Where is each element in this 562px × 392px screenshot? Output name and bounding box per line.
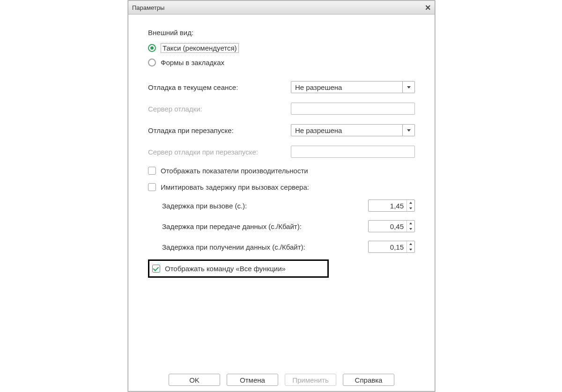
- appearance-section-label: Внешний вид:: [148, 29, 415, 37]
- dialog-footer: OK Отмена Применить Справка: [128, 369, 435, 391]
- debug-server-row: Сервер отладки:: [148, 102, 415, 115]
- debug-current-combo[interactable]: Не разрешена: [291, 81, 415, 93]
- allfunc-checkbox[interactable]: [152, 265, 160, 273]
- debug-restart-label: Отладка при перезапуске:: [148, 126, 291, 134]
- delay-recv-value[interactable]: 0,15: [369, 241, 407, 252]
- delay-send-label: Задержка при передаче данных (с./Кбайт):: [162, 222, 368, 230]
- debug-server-restart-label: Сервер отладки при перезапуске:: [148, 148, 291, 156]
- ok-button[interactable]: OK: [169, 374, 220, 386]
- debug-server-input[interactable]: [291, 103, 415, 115]
- stepper-down-icon[interactable]: [407, 226, 414, 232]
- delay-call-stepper[interactable]: [407, 200, 414, 211]
- help-button[interactable]: Справка: [343, 374, 394, 386]
- chevron-down-icon: [407, 129, 411, 132]
- debug-server-restart-row: Сервер отладки при перезапуске:: [148, 145, 415, 158]
- radio-taxi-icon[interactable]: [148, 44, 156, 52]
- stepper-up-icon[interactable]: [407, 200, 414, 206]
- stepper-down-icon[interactable]: [407, 247, 414, 252]
- radio-taxi-label: Такси (рекомендуется): [161, 43, 239, 53]
- close-icon[interactable]: ✕: [425, 3, 431, 12]
- debug-current-row: Отладка в текущем сеансе: Не разрешена: [148, 81, 415, 94]
- debug-current-dropdown-button[interactable]: [403, 81, 415, 93]
- dialog-content: Внешний вид: Такси (рекомендуется) Формы…: [128, 15, 435, 369]
- delay-send-value[interactable]: 0,45: [369, 221, 407, 232]
- delay-recv-stepper[interactable]: [407, 241, 414, 252]
- perf-checkbox[interactable]: [148, 167, 156, 175]
- delay-recv-label: Задержка при получении данных (с./Кбайт)…: [162, 243, 368, 251]
- debug-restart-dropdown-button[interactable]: [403, 124, 415, 136]
- chevron-down-icon: [407, 86, 411, 89]
- debug-current-label: Отладка в текущем сеансе:: [148, 83, 291, 91]
- debug-restart-combo[interactable]: Не разрешена: [291, 124, 415, 136]
- apply-button[interactable]: Применить: [285, 374, 336, 386]
- stepper-up-icon[interactable]: [407, 221, 414, 226]
- titlebar: Параметры ✕: [128, 1, 435, 15]
- perf-check-row[interactable]: Отображать показатели производительности: [148, 167, 415, 175]
- imitate-check-row[interactable]: Имитировать задержку при вызовах сервера…: [148, 183, 415, 191]
- delay-send-spinner[interactable]: 0,45: [368, 220, 415, 232]
- imitate-checkbox[interactable]: [148, 183, 156, 191]
- debug-restart-value[interactable]: Не разрешена: [291, 124, 403, 136]
- allfunc-highlight: Отображать команду «Все функции»: [148, 259, 329, 278]
- imitate-check-label: Имитировать задержку при вызовах сервера…: [161, 183, 309, 191]
- stepper-down-icon[interactable]: [407, 206, 414, 211]
- parameters-dialog: Параметры ✕ Внешний вид: Такси (рекоменд…: [128, 0, 435, 392]
- delay-call-row: Задержка при вызове (с.): 1,45: [162, 200, 415, 212]
- radio-taxi-row[interactable]: Такси (рекомендуется): [148, 43, 415, 53]
- perf-check-label: Отображать показатели производительности: [161, 167, 308, 175]
- window-title: Параметры: [132, 4, 164, 11]
- debug-current-value[interactable]: Не разрешена: [291, 81, 403, 93]
- delay-rows: Задержка при вызове (с.): 1,45 Задержка …: [162, 200, 415, 253]
- cancel-button[interactable]: Отмена: [227, 374, 278, 386]
- stepper-up-icon[interactable]: [407, 241, 414, 247]
- delay-send-row: Задержка при передаче данных (с./Кбайт):…: [162, 220, 415, 232]
- delay-send-stepper[interactable]: [407, 221, 414, 232]
- allfunc-check-label: Отображать команду «Все функции»: [165, 265, 286, 273]
- radio-forms-label: Формы в закладках: [161, 59, 224, 67]
- delay-recv-row: Задержка при получении данных (с./Кбайт)…: [162, 241, 415, 253]
- debug-server-label: Сервер отладки:: [148, 105, 291, 113]
- debug-server-restart-input[interactable]: [291, 146, 415, 158]
- delay-recv-spinner[interactable]: 0,15: [368, 241, 415, 253]
- radio-forms-icon[interactable]: [148, 59, 156, 67]
- delay-call-spinner[interactable]: 1,45: [368, 200, 415, 212]
- radio-forms-row[interactable]: Формы в закладках: [148, 59, 415, 67]
- debug-restart-row: Отладка при перезапуске: Не разрешена: [148, 124, 415, 137]
- delay-call-label: Задержка при вызове (с.):: [162, 202, 368, 210]
- allfunc-check-row[interactable]: Отображать команду «Все функции»: [152, 265, 325, 273]
- delay-call-value[interactable]: 1,45: [369, 200, 407, 211]
